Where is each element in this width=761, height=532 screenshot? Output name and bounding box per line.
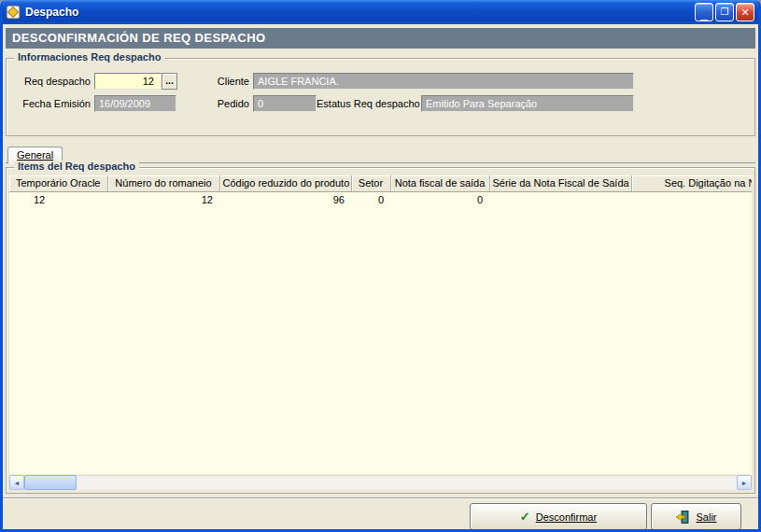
scrollbar-thumb[interactable] [24,475,77,490]
items-group: Items del Req despacho Temporário Oracle… [6,167,755,494]
items-grid: Temporário OracleNúmero do romaneioCódig… [9,175,752,474]
grid-column-header[interactable]: Seq. Digitação na Nota F [631,175,752,191]
titlebar[interactable]: Despacho ▁ ❐ ✕ [3,0,758,24]
grid-column-header[interactable]: Temporário Oracle [9,175,107,191]
window-controls: ▁ ❐ ✕ [695,3,754,21]
scroll-left-icon[interactable]: ◄ [9,475,24,490]
grid-header-row: Temporário OracleNúmero do romaneioCódig… [9,175,752,191]
scroll-right-icon[interactable]: ► [737,475,752,490]
pedido-field: 0 [253,95,317,112]
grid-column-header[interactable]: Setor [351,175,390,191]
pedido-label: Pedido [210,98,249,109]
cliente-label: Cliente [210,76,249,87]
footer: ✓ Desconfirmar Salir [3,497,758,532]
fecha-emision-field: 16/09/2009 [94,95,176,112]
grid-cell[interactable]: 0 [351,191,390,207]
grid-cell[interactable] [631,191,752,207]
grid-cell[interactable]: 12 [9,191,107,207]
grid-cell[interactable]: 96 [219,191,351,207]
fecha-emision-label: Fecha Emisión [14,98,91,109]
scrollbar-track[interactable] [24,475,737,490]
estatus-label: Estatus Req despacho [317,98,417,109]
window-title: Despacho [25,6,695,19]
grid-column-header[interactable]: Nota fiscal de saída [390,175,489,191]
grid-cell[interactable]: 12 [107,191,219,207]
grid-body: 12129600 [9,191,752,207]
req-despacho-label: Req despacho [14,76,91,87]
items-table: Temporário OracleNúmero do romaneioCódig… [9,175,752,207]
estatus-field: Emitido Para Separação [421,95,634,112]
info-group: Informaciones Req despacho Req despacho … [6,58,755,136]
window-content: DESCONFIRMACIÓN DE REQ DESPACHO Informac… [3,28,758,532]
grid-cell[interactable] [489,191,631,207]
items-group-legend: Items del Req despacho [14,161,139,172]
tab-general-label: General [17,149,53,161]
grid-column-header[interactable]: Número do romaneio [107,175,219,191]
minimize-button[interactable]: ▁ [695,3,713,21]
req-despacho-field[interactable]: 12 [94,73,162,90]
page-title: DESCONFIRMACIÓN DE REQ DESPACHO [6,28,755,49]
grid-column-header[interactable]: Série da Nota Fiscal de Saída [489,175,631,191]
horizontal-scrollbar[interactable]: ◄ ► [9,475,752,490]
exit-door-icon [675,510,690,525]
salir-label: Salir [696,511,716,523]
desconfirmar-label: Desconfirmar [536,511,597,523]
close-button[interactable]: ✕ [736,3,754,21]
browse-button[interactable]: ... [162,73,177,90]
app-icon [6,5,21,21]
info-group-legend: Informaciones Req despacho [14,51,164,63]
maximize-button[interactable]: ❐ [715,3,734,21]
desconfirmar-button[interactable]: ✓ Desconfirmar [470,503,647,530]
grid-cell[interactable]: 0 [390,191,489,207]
grid-column-header[interactable]: Código reduzido do produto [219,175,351,191]
salir-button[interactable]: Salir [651,503,741,530]
check-icon: ✓ [520,510,530,524]
grid-row[interactable]: 12129600 [9,191,752,207]
cliente-field: AIGLE FRANCIA. [253,73,634,90]
app-window: Despacho ▁ ❐ ✕ DESCONFIRMACIÓN DE REQ DE… [0,0,761,532]
